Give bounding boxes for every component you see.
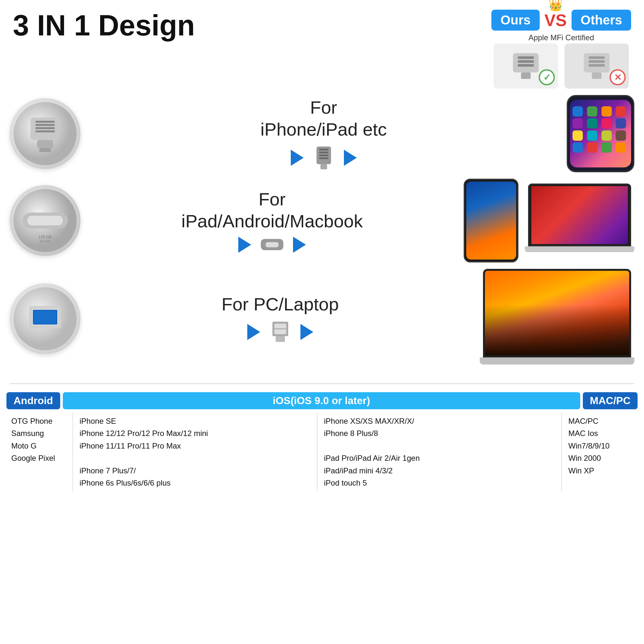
- svg-rect-22: [319, 157, 328, 159]
- product-row-usbc: 128 GB NCFEB For iPad/Android/Macbook: [10, 179, 634, 262]
- svg-rect-21: [319, 155, 328, 156]
- svg-rect-23: [320, 164, 327, 169]
- app-icon: [601, 106, 612, 117]
- usba-connector-icon: [270, 320, 291, 344]
- ios2-item-0: iPhone XS/XS MAX/XR/X/: [324, 415, 555, 427]
- ios1-item-4: iPhone 7 Plus/7/: [80, 465, 310, 477]
- blue-arrow-right-2: [293, 237, 306, 253]
- svg-rect-6: [589, 56, 605, 59]
- usbc-svg: 128 GB NCFEB: [13, 188, 77, 253]
- ios2-item-4: iPad/iPad mini 4/3/2: [324, 465, 555, 477]
- app-icon: [601, 130, 612, 141]
- mac-item-3: Win 2000: [568, 452, 633, 464]
- app-icon: [573, 118, 583, 128]
- ios1-item-1: iPhone 12/12 Pro/12 Pro Max/12 mini: [80, 427, 310, 440]
- blue-arrow-right-1: [344, 150, 357, 166]
- svg-rect-15: [35, 130, 55, 132]
- app-icon: [573, 106, 583, 117]
- svg-rect-3: [518, 64, 534, 67]
- svg-text:128 GB: 128 GB: [39, 235, 52, 239]
- product-row-lightning: For iPhone/iPad etc: [10, 95, 634, 172]
- svg-rect-20: [319, 152, 328, 153]
- section-divider: [10, 383, 634, 384]
- product-info-usbc: For iPad/Android/Macbook: [81, 188, 464, 252]
- laptop-display: [485, 271, 629, 355]
- divider-ios1-ios2: [317, 412, 317, 492]
- svg-rect-33: [34, 311, 56, 324]
- svg-rect-7: [589, 60, 605, 63]
- top-section: 3 IN 1 Design Ours 👑 VS Others Apple MFi…: [0, 0, 644, 92]
- product-info-lightning: For iPhone/iPad etc: [81, 97, 567, 170]
- blue-arrow-left-1: [291, 150, 304, 166]
- arrow-connector-row-1: [87, 145, 560, 171]
- laptop-screen: [483, 269, 631, 357]
- laptop-mockup: [480, 269, 634, 369]
- x-mark: ✕: [610, 69, 626, 85]
- product-row-usba: For PC/Laptop: [10, 269, 634, 369]
- svg-rect-4: [521, 72, 531, 79]
- svg-rect-2: [518, 60, 534, 63]
- divider-ios2-mac: [561, 412, 562, 492]
- mfi-text: Apple MFi Certified: [528, 33, 594, 42]
- app-icon: [616, 142, 626, 153]
- blue-arrow-left-2: [238, 237, 251, 253]
- usba-svg: [13, 287, 77, 351]
- svg-rect-9: [592, 72, 601, 79]
- iphone-screen: [570, 100, 631, 167]
- compat-header-row: Android iOS(iOS 9.0 or later) MAC/PC: [6, 392, 638, 409]
- android-compat-column: OTG Phone Samsung Moto G Google Pixel: [6, 412, 71, 492]
- app-icon: [601, 118, 612, 128]
- android-item-0: OTG Phone: [11, 415, 66, 427]
- android-item-2: Moto G: [11, 440, 66, 452]
- android-item-1: Samsung: [11, 427, 66, 440]
- arrow-connector-row-2: [87, 237, 457, 253]
- macbook-mockup: [525, 184, 634, 258]
- ours-connector-box: ✓: [494, 43, 558, 89]
- svg-rect-8: [589, 64, 605, 67]
- ours-badge: Ours: [491, 10, 539, 31]
- mac-compat-column: MAC/PC MAC Ios Win7/8/9/10 Win 2000 Win …: [563, 412, 638, 492]
- macbook-display: [531, 186, 628, 244]
- android-compat-badge: Android: [6, 392, 60, 409]
- ios1-item-0: iPhone SE: [80, 415, 310, 427]
- app-icon: [587, 142, 597, 153]
- android-macbook-right: [464, 179, 634, 262]
- main-title: 3 IN 1 Design: [13, 10, 195, 42]
- app-icon: [587, 106, 597, 117]
- compat-content-row: OTG Phone Samsung Moto G Google Pixel iP…: [6, 412, 638, 492]
- svg-rect-19: [319, 149, 328, 150]
- product-label-lightning: For iPhone/iPad etc: [87, 97, 560, 140]
- compat-section: Android iOS(iOS 9.0 or later) MAC/PC OTG…: [0, 389, 644, 498]
- check-mark: ✓: [539, 69, 555, 85]
- svg-text:NCFEB: NCFEB: [40, 240, 51, 243]
- laptop-sunset-overlay: [485, 305, 629, 355]
- laptop-right: [480, 269, 634, 369]
- svg-rect-26: [27, 216, 63, 225]
- ios-compat-badge: iOS(iOS 9.0 or later): [63, 392, 580, 409]
- ios1-item-5: iPhone 6s Plus/6s/6/6 plus: [80, 477, 310, 489]
- ios1-item-3: [80, 452, 310, 464]
- android-item-3: Google Pixel: [11, 452, 66, 464]
- app-icon: [616, 130, 626, 141]
- app-icon: [601, 142, 612, 153]
- ours-others-panel: Ours 👑 VS Others Apple MFi Certified ✓: [491, 10, 631, 89]
- svg-rect-1: [518, 56, 534, 59]
- svg-rect-14: [35, 127, 55, 129]
- svg-rect-13: [35, 124, 55, 126]
- ios2-item-1: iPhone 8 Plus/8: [324, 427, 555, 440]
- lightning-connector-circle: [10, 98, 81, 169]
- product-label-usba: For PC/Laptop: [87, 293, 473, 315]
- macbook-screen: [528, 184, 631, 246]
- usbc-connector-icon: [261, 239, 283, 250]
- android-mockup: [464, 179, 518, 262]
- app-icon: [573, 130, 583, 141]
- app-icon: [616, 106, 626, 117]
- ios2-item-5: iPod touch 5: [324, 477, 555, 489]
- app-icon: [573, 142, 583, 153]
- divider-android-ios: [72, 412, 73, 492]
- others-badge: Others: [572, 10, 631, 31]
- usbc-connector-circle: 128 GB NCFEB: [10, 185, 81, 256]
- mac-item-1: MAC Ios: [568, 427, 633, 440]
- ios-compat-column-2: iPhone XS/XS MAX/XR/X/ iPhone 8 Plus/8 i…: [319, 412, 560, 492]
- products-container: For iPhone/iPad etc: [0, 92, 644, 378]
